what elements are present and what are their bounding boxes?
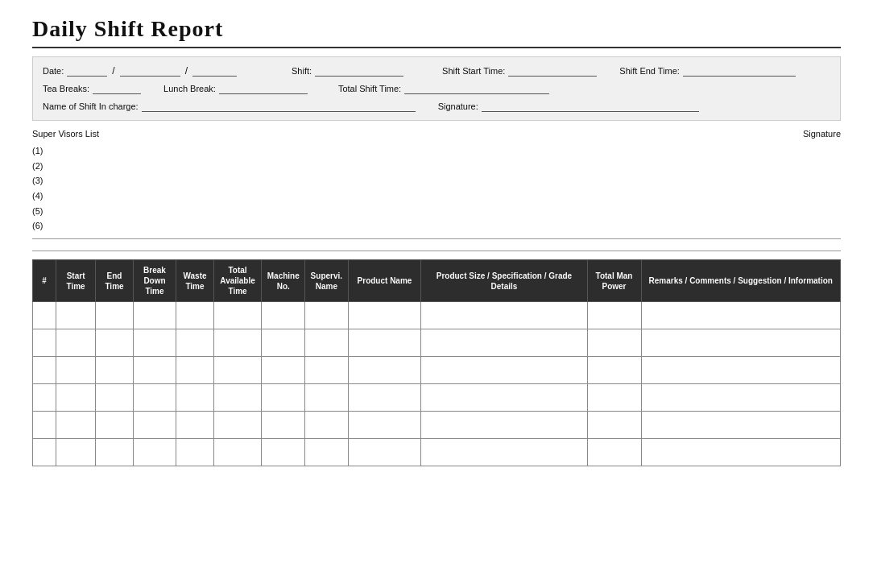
total-shift-value[interactable] xyxy=(404,83,549,94)
cell[interactable] xyxy=(262,412,305,439)
cell[interactable] xyxy=(176,329,213,357)
cell[interactable] xyxy=(56,384,95,412)
cell[interactable] xyxy=(96,384,133,412)
supervisors-list: (1) (2) (3) (4) (5) (6) xyxy=(32,143,841,234)
cell[interactable] xyxy=(305,439,349,466)
cell[interactable] xyxy=(133,302,176,329)
cell[interactable] xyxy=(133,357,176,384)
cell[interactable] xyxy=(421,384,587,412)
cell[interactable] xyxy=(421,302,587,329)
lunch-break-value[interactable] xyxy=(219,83,308,94)
signature-value[interactable] xyxy=(482,101,699,112)
cell[interactable] xyxy=(33,412,56,439)
cell[interactable] xyxy=(587,439,641,466)
cell[interactable] xyxy=(96,412,133,439)
cell[interactable] xyxy=(348,439,421,466)
cell[interactable] xyxy=(133,384,176,412)
cell[interactable] xyxy=(641,412,841,439)
cell[interactable] xyxy=(305,329,349,357)
cell[interactable] xyxy=(587,302,641,329)
supervisors-header: Super Visors List Signature xyxy=(32,129,841,139)
cell[interactable] xyxy=(176,357,213,384)
cell[interactable] xyxy=(213,357,262,384)
name-value[interactable] xyxy=(142,101,416,112)
cell[interactable] xyxy=(176,412,213,439)
cell[interactable] xyxy=(176,439,213,466)
table-row xyxy=(33,384,841,412)
form-row-1: Date: / / Shift: Shift Start Time: Shift… xyxy=(43,65,830,77)
cell[interactable] xyxy=(641,329,841,357)
cell[interactable] xyxy=(262,357,305,384)
cell[interactable] xyxy=(56,357,95,384)
cell[interactable] xyxy=(133,439,176,466)
tea-breaks-value[interactable] xyxy=(93,83,141,94)
cell[interactable] xyxy=(587,329,641,357)
cell[interactable] xyxy=(262,439,305,466)
cell[interactable] xyxy=(305,384,349,412)
cell[interactable] xyxy=(33,302,56,329)
cell[interactable] xyxy=(133,412,176,439)
cell[interactable] xyxy=(33,439,56,466)
col-supervi-name: Supervi. Name xyxy=(305,260,349,302)
shift-end-value[interactable] xyxy=(683,65,796,77)
col-waste-time: Waste Time xyxy=(176,260,213,302)
cell[interactable] xyxy=(56,302,95,329)
cell[interactable] xyxy=(305,302,349,329)
col-end-time: End Time xyxy=(96,260,133,302)
cell[interactable] xyxy=(213,412,262,439)
cell[interactable] xyxy=(56,439,95,466)
cell[interactable] xyxy=(213,302,262,329)
cell[interactable] xyxy=(641,357,841,384)
cell[interactable] xyxy=(33,384,56,412)
cell[interactable] xyxy=(33,329,56,357)
cell[interactable] xyxy=(421,439,587,466)
cell[interactable] xyxy=(176,302,213,329)
table-row xyxy=(33,329,841,357)
cell[interactable] xyxy=(421,412,587,439)
cell[interactable] xyxy=(213,439,262,466)
date-part1[interactable] xyxy=(67,65,107,77)
table-row xyxy=(33,357,841,384)
table-header-row: # Start Time End Time Break Down Time Wa… xyxy=(33,260,841,302)
date-part3[interactable] xyxy=(192,65,237,77)
cell[interactable] xyxy=(213,384,262,412)
cell[interactable] xyxy=(133,329,176,357)
cell[interactable] xyxy=(348,329,421,357)
cell[interactable] xyxy=(641,302,841,329)
list-item: (5) xyxy=(32,204,841,219)
cell[interactable] xyxy=(348,302,421,329)
cell[interactable] xyxy=(641,439,841,466)
cell[interactable] xyxy=(305,357,349,384)
cell[interactable] xyxy=(96,329,133,357)
cell[interactable] xyxy=(641,384,841,412)
cell[interactable] xyxy=(176,384,213,412)
cell[interactable] xyxy=(421,329,587,357)
cell[interactable] xyxy=(56,412,95,439)
shift-end-label: Shift End Time: xyxy=(619,66,680,76)
cell[interactable] xyxy=(96,357,133,384)
shift-value[interactable] xyxy=(315,65,403,77)
cell[interactable] xyxy=(587,384,641,412)
list-item: (1) xyxy=(32,143,841,159)
shift-start-value[interactable] xyxy=(508,65,597,77)
cell[interactable] xyxy=(96,302,133,329)
date-part2[interactable] xyxy=(120,65,180,77)
cell[interactable] xyxy=(213,329,262,357)
cell[interactable] xyxy=(348,357,421,384)
cell[interactable] xyxy=(587,412,641,439)
supervisors-section: Super Visors List Signature (1) (2) (3) … xyxy=(32,129,841,239)
cell[interactable] xyxy=(348,412,421,439)
cell[interactable] xyxy=(33,357,56,384)
cell[interactable] xyxy=(262,302,305,329)
cell[interactable] xyxy=(348,384,421,412)
shift-start-label: Shift Start Time: xyxy=(442,66,505,76)
cell[interactable] xyxy=(305,412,349,439)
cell[interactable] xyxy=(56,329,95,357)
cell[interactable] xyxy=(262,329,305,357)
cell[interactable] xyxy=(96,439,133,466)
cell[interactable] xyxy=(421,357,587,384)
list-item: (6) xyxy=(32,218,841,234)
cell[interactable] xyxy=(587,357,641,384)
cell[interactable] xyxy=(262,384,305,412)
table-row xyxy=(33,302,841,329)
